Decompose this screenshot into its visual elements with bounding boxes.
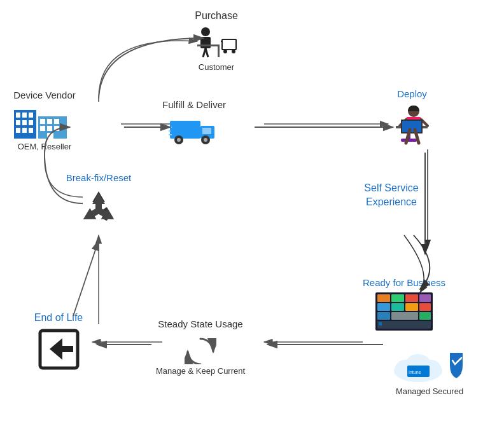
svg-rect-73 xyxy=(379,322,382,325)
svg-rect-39 xyxy=(170,121,200,139)
svg-rect-22 xyxy=(16,113,20,118)
svg-rect-65 xyxy=(377,303,390,311)
end-of-life-label: End of Life xyxy=(14,311,103,325)
svg-rect-71 xyxy=(419,312,431,320)
svg-rect-30 xyxy=(29,128,33,133)
svg-rect-84 xyxy=(60,346,73,352)
svg-rect-64 xyxy=(419,294,431,302)
purchase-node: Purchase Customer xyxy=(194,10,239,73)
break-fix-icon xyxy=(78,188,120,229)
fulfill-icon xyxy=(169,114,220,146)
self-service-node: Self ServiceExperience xyxy=(347,181,436,210)
fulfill-node: Fulfill & Deliver xyxy=(162,99,226,148)
svg-rect-72 xyxy=(377,321,431,329)
ready-for-business-node: Ready for Business xyxy=(353,277,455,332)
svg-rect-35 xyxy=(40,126,45,131)
svg-point-45 xyxy=(204,138,207,142)
deploy-node: Deploy xyxy=(388,88,436,150)
end-of-life-node: End of Life xyxy=(14,311,103,372)
break-fix-label: Break-fix/Reset xyxy=(51,172,146,184)
svg-point-8 xyxy=(201,27,210,36)
svg-rect-68 xyxy=(419,303,431,311)
device-vendor-node: Device Vendor xyxy=(13,89,76,152)
customer-label: Customer xyxy=(194,62,239,73)
svg-rect-36 xyxy=(47,126,52,131)
deploy-icon xyxy=(388,104,436,148)
deploy-label: Deploy xyxy=(388,88,436,100)
svg-point-43 xyxy=(177,138,181,142)
svg-rect-25 xyxy=(16,120,20,125)
device-vendor-icon xyxy=(13,105,76,140)
manage-keep-label: Manage & Keep Current xyxy=(150,366,251,377)
svg-rect-33 xyxy=(47,119,52,124)
purchase-icon xyxy=(194,25,239,60)
svg-line-11 xyxy=(206,48,208,57)
steady-state-icon xyxy=(185,336,216,364)
svg-rect-41 xyxy=(202,128,211,134)
fulfill-label: Fulfill & Deliver xyxy=(162,99,226,111)
svg-rect-69 xyxy=(377,312,390,320)
svg-rect-66 xyxy=(391,303,404,311)
svg-rect-63 xyxy=(405,294,418,302)
device-vendor-label: Device Vendor xyxy=(13,89,76,102)
break-fix-node: Break-fix/Reset xyxy=(51,172,146,231)
svg-line-92 xyxy=(73,240,99,316)
svg-rect-27 xyxy=(29,120,33,125)
svg-rect-70 xyxy=(391,312,418,320)
svg-rect-34 xyxy=(54,119,59,124)
svg-rect-26 xyxy=(22,120,27,125)
steady-state-label: Steady State Usage xyxy=(150,318,251,331)
svg-rect-23 xyxy=(22,113,27,118)
svg-rect-9 xyxy=(200,37,211,48)
svg-rect-62 xyxy=(391,294,404,302)
svg-rect-57 xyxy=(402,121,421,132)
self-service-label: Self ServiceExperience xyxy=(347,181,436,210)
purchase-label: Purchase xyxy=(194,10,239,23)
managed-secured-node: Intune Managed Secured xyxy=(382,346,477,397)
svg-rect-67 xyxy=(405,303,418,311)
windows-screen-icon xyxy=(375,292,433,331)
svg-rect-12 xyxy=(197,44,220,46)
svg-rect-37 xyxy=(54,126,59,131)
svg-rect-50 xyxy=(401,139,417,142)
managed-secured-icon: Intune xyxy=(391,346,468,385)
end-of-life-icon xyxy=(38,329,80,370)
svg-rect-28 xyxy=(16,128,20,133)
svg-rect-29 xyxy=(22,128,27,133)
svg-rect-14 xyxy=(222,39,236,50)
steady-state-node: Steady State Usage Manage & Keep Current xyxy=(150,318,251,376)
svg-rect-13 xyxy=(218,46,220,57)
svg-rect-24 xyxy=(29,113,33,118)
svg-rect-38 xyxy=(47,133,53,139)
managed-secured-label: Managed Secured xyxy=(382,387,477,397)
diagram: Purchase Customer xyxy=(0,0,504,431)
oem-reseller-label: OEM, Reseller xyxy=(13,142,76,153)
svg-rect-61 xyxy=(377,294,390,302)
svg-text:Intune: Intune xyxy=(409,370,421,374)
ready-for-business-label: Ready for Business xyxy=(353,277,455,289)
svg-rect-32 xyxy=(40,119,45,124)
